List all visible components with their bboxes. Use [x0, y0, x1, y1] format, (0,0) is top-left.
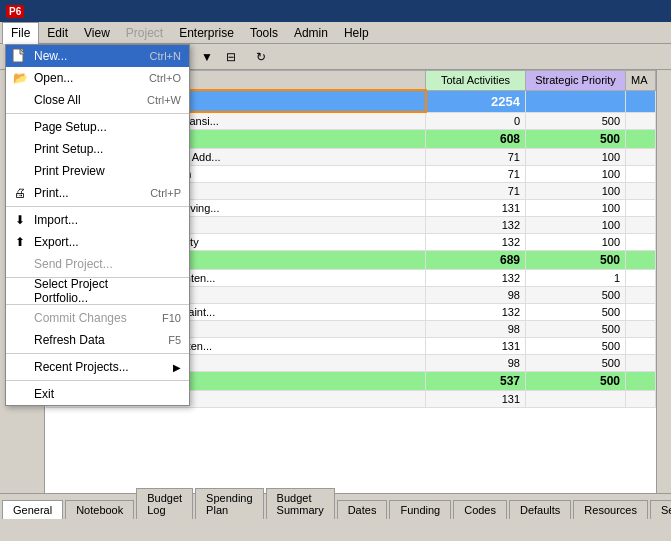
- strategic-cell: 500: [526, 251, 626, 270]
- menu-label-0: New...: [34, 49, 67, 63]
- file-dropdown-menu: New...Ctrl+N📂Open...Ctrl+OClose AllCtrl+…: [5, 44, 190, 406]
- menu-help[interactable]: Help: [336, 22, 377, 44]
- activities-cell: 98: [426, 287, 526, 304]
- menu-entry-select-project-portfolio-[interactable]: Select Project Portfolio...: [6, 280, 189, 302]
- tab-spending-plan[interactable]: Spending Plan: [195, 488, 264, 519]
- menu-entry-open-[interactable]: 📂Open...Ctrl+O: [6, 67, 189, 89]
- tab-defaults[interactable]: Defaults: [509, 500, 571, 519]
- menu-bar: File Edit View Project Enterprise Tools …: [0, 22, 671, 44]
- menu-icon-10: ⬆: [10, 235, 30, 249]
- menu-view[interactable]: View: [76, 22, 118, 44]
- menu-entry-print-[interactable]: 🖨Print...Ctrl+P: [6, 182, 189, 204]
- strategic-cell: 500: [526, 287, 626, 304]
- app-icon: P6: [6, 5, 24, 18]
- ma-cell: [626, 130, 656, 149]
- menu-entry-page-setup-[interactable]: Page Setup...: [6, 116, 189, 138]
- menu-label-9: Import...: [34, 213, 78, 227]
- strategic-cell: 500: [526, 112, 626, 130]
- title-bar: P6: [0, 0, 671, 22]
- ma-cell: [626, 112, 656, 130]
- menu-edit[interactable]: Edit: [39, 22, 76, 44]
- menu-label-20: Exit: [34, 387, 54, 401]
- activities-cell: 131: [426, 391, 526, 408]
- menu-tools[interactable]: Tools: [242, 22, 286, 44]
- ma-cell: [626, 391, 656, 408]
- menu-label-5: Print Setup...: [34, 142, 103, 156]
- menu-right-1: Ctrl+O: [149, 72, 181, 84]
- strategic-cell: 500: [526, 338, 626, 355]
- menu-right-7: Ctrl+P: [150, 187, 181, 199]
- col-strategic: Strategic Priority: [526, 71, 626, 91]
- activities-cell: 71: [426, 166, 526, 183]
- ma-cell: [626, 183, 656, 200]
- menu-label-1: Open...: [34, 71, 73, 85]
- menu-right-0: Ctrl+N: [150, 50, 181, 62]
- menu-entry-refresh-data[interactable]: Refresh DataF5: [6, 329, 189, 351]
- strategic-cell: 500: [526, 355, 626, 372]
- menu-label-6: Print Preview: [34, 164, 105, 178]
- strategic-cell: 100: [526, 183, 626, 200]
- menu-admin[interactable]: Admin: [286, 22, 336, 44]
- ma-cell: [626, 304, 656, 321]
- menu-label-18: Recent Projects...: [34, 360, 129, 374]
- activities-cell: 131: [426, 200, 526, 217]
- toolbar-filter2[interactable]: ⊟: [220, 46, 242, 68]
- activities-cell: 71: [426, 183, 526, 200]
- strategic-cell: 500: [526, 321, 626, 338]
- ma-cell: [626, 355, 656, 372]
- menu-icon-1: 📂: [10, 71, 30, 85]
- strategic-cell: 500: [526, 304, 626, 321]
- strategic-cell: [526, 90, 626, 112]
- strategic-cell: 100: [526, 166, 626, 183]
- tab-funding[interactable]: Funding: [389, 500, 451, 519]
- tab-notebook[interactable]: Notebook: [65, 500, 134, 519]
- strategic-cell: 100: [526, 234, 626, 251]
- ma-cell: [626, 372, 656, 391]
- menu-icon-0: [10, 48, 30, 64]
- tab-dates[interactable]: Dates: [337, 500, 388, 519]
- menu-icon-7: 🖨: [10, 186, 30, 200]
- menu-project[interactable]: Project: [118, 22, 171, 44]
- bottom-tabs: GeneralNotebookBudget LogSpending PlanBu…: [0, 493, 671, 519]
- menu-entry-send-project-: Send Project...: [6, 253, 189, 275]
- activities-cell: 2254: [426, 90, 526, 112]
- activities-cell: 98: [426, 321, 526, 338]
- activities-cell: 537: [426, 372, 526, 391]
- tab-budget-log[interactable]: Budget Log: [136, 488, 193, 519]
- menu-entry-close-all[interactable]: Close AllCtrl+W: [6, 89, 189, 111]
- menu-file[interactable]: File: [2, 22, 39, 44]
- menu-entry-exit[interactable]: Exit: [6, 383, 189, 405]
- activities-cell: 132: [426, 270, 526, 287]
- ma-cell: [626, 270, 656, 287]
- menu-entry-export-[interactable]: ⬆Export...: [6, 231, 189, 253]
- toolbar-filter[interactable]: ▼: [196, 46, 218, 68]
- ma-cell: [626, 166, 656, 183]
- menu-label-7: Print...: [34, 186, 69, 200]
- tab-resources[interactable]: Resources: [573, 500, 648, 519]
- vertical-scrollbar[interactable]: [656, 70, 671, 493]
- menu-entry-import-[interactable]: ⬇Import...: [6, 209, 189, 231]
- ma-cell: [626, 251, 656, 270]
- ma-cell: [626, 287, 656, 304]
- ma-cell: [626, 149, 656, 166]
- menu-entry-commit-changes: Commit ChangesF10: [6, 307, 189, 329]
- tab-budget-summary[interactable]: Budget Summary: [266, 488, 335, 519]
- menu-entry-new-[interactable]: New...Ctrl+N: [6, 45, 189, 67]
- activities-cell: 131: [426, 338, 526, 355]
- strategic-cell: 100: [526, 200, 626, 217]
- activities-cell: 132: [426, 234, 526, 251]
- toolbar-refresh[interactable]: ↻: [250, 46, 272, 68]
- tab-codes[interactable]: Codes: [453, 500, 507, 519]
- menu-enterprise[interactable]: Enterprise: [171, 22, 242, 44]
- menu-divider-3: [6, 113, 189, 114]
- tab-settings[interactable]: Settings: [650, 500, 671, 519]
- menu-entry-print-setup-[interactable]: Print Setup...: [6, 138, 189, 160]
- ma-cell: [626, 200, 656, 217]
- tab-general[interactable]: General: [2, 500, 63, 519]
- ma-cell: [626, 234, 656, 251]
- menu-entry-recent-projects-[interactable]: Recent Projects...▶: [6, 356, 189, 378]
- menu-divider-17: [6, 353, 189, 354]
- activities-cell: 98: [426, 355, 526, 372]
- menu-entry-print-preview[interactable]: Print Preview: [6, 160, 189, 182]
- strategic-cell: 1: [526, 270, 626, 287]
